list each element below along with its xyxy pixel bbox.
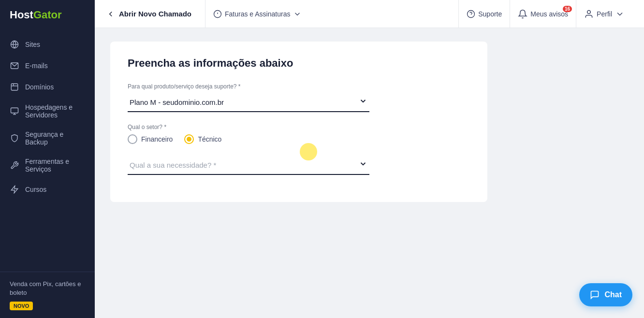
- svg-rect-3: [11, 84, 18, 90]
- avisos-badge: 16: [563, 6, 572, 12]
- avisos-label: Meus avisos: [530, 10, 568, 18]
- svg-point-13: [468, 10, 475, 17]
- faturas-label: Faturas e Assinaturas: [225, 10, 290, 18]
- topnav: Abrir Novo Chamado Faturas e Assinaturas…: [95, 0, 644, 28]
- faturas-chevron-icon: [293, 10, 302, 18]
- sidebar-item-seguranca[interactable]: Segurança e Backup: [0, 125, 95, 152]
- sidebar-item-hospedagens[interactable]: Hospedagens e Servidores: [0, 98, 95, 125]
- bell-icon: [518, 9, 527, 19]
- back-button[interactable]: Abrir Novo Chamado: [106, 10, 191, 18]
- email-icon: [10, 61, 19, 71]
- seguranca-icon: [10, 133, 19, 143]
- sidebar-item-dominios[interactable]: Domínios: [0, 76, 95, 98]
- perfil-label: Perfil: [597, 10, 612, 18]
- sidebar-item-hospedagens-label: Hospedagens e Servidores: [25, 103, 85, 119]
- sidebar-item-sites-label: Sites: [25, 41, 40, 48]
- setor-radio-group: Financeiro Técnico: [128, 134, 470, 144]
- avisos-button[interactable]: 16 Meus avisos: [510, 0, 576, 28]
- svg-marker-9: [11, 186, 18, 193]
- chat-button[interactable]: Chat: [579, 283, 632, 306]
- sidebar-item-cursos-label: Cursos: [25, 186, 46, 193]
- radio-financeiro[interactable]: Financeiro: [128, 134, 173, 144]
- suporte-icon: [467, 10, 475, 18]
- back-arrow-icon: [106, 10, 115, 18]
- page-title: Preencha as informações abaixo: [128, 57, 470, 70]
- perfil-button[interactable]: Perfil: [576, 0, 632, 28]
- svg-point-15: [587, 10, 591, 14]
- necessidade-field: Qual a sua necessidade? *: [128, 156, 470, 175]
- sidebar-item-sites[interactable]: Sites: [0, 34, 95, 55]
- sidebar-promo: Venda com Pix, cartões e boleto NOVO: [0, 272, 95, 318]
- sidebar-item-seguranca-label: Segurança e Backup: [25, 130, 85, 146]
- sidebar: HostGator Sites E-mails Domínios Hosped: [0, 0, 95, 318]
- suporte-label: Suporte: [478, 10, 502, 18]
- necessidade-placeholder: Qual a sua necessidade? *: [130, 161, 216, 169]
- product-label: Para qual produto/serviço deseja suporte…: [128, 83, 470, 90]
- product-select[interactable]: Plano M - seudominio.com.br: [128, 93, 369, 112]
- faturas-icon: [213, 10, 222, 18]
- radio-tecnico-outer: [184, 134, 194, 144]
- radio-financeiro-outer: [128, 134, 137, 144]
- sidebar-item-cursos[interactable]: Cursos: [0, 179, 95, 200]
- radio-financeiro-label: Financeiro: [141, 135, 173, 143]
- sidebar-item-ferramentas[interactable]: Ferramentas e Serviços: [0, 152, 95, 179]
- setor-label: Qual o setor? *: [128, 124, 470, 130]
- chat-label: Chat: [604, 290, 622, 299]
- cursos-icon: [10, 185, 19, 194]
- ferramentas-icon: [10, 160, 19, 170]
- sites-icon: [10, 40, 19, 49]
- necessidade-select[interactable]: Qual a sua necessidade? *: [128, 156, 369, 175]
- page-content: Preencha as informações abaixo Para qual…: [95, 28, 644, 318]
- product-select-value: Plano M - seudominio.com.br: [130, 98, 224, 106]
- chat-icon: [590, 290, 600, 300]
- form-card: Preencha as informações abaixo Para qual…: [110, 42, 487, 202]
- faturas-section[interactable]: Faturas e Assinaturas: [205, 0, 309, 28]
- svg-rect-6: [11, 108, 18, 113]
- suporte-section[interactable]: Suporte: [458, 0, 510, 28]
- sidebar-item-dominios-label: Domínios: [25, 83, 54, 91]
- back-label: Abrir Novo Chamado: [119, 10, 191, 18]
- sidebar-item-emails-label: E-mails: [25, 62, 48, 70]
- topnav-right: Suporte 16 Meus avisos Perfil: [458, 0, 632, 28]
- product-select-chevron-icon: [359, 97, 367, 107]
- necessidade-chevron-icon: [359, 159, 367, 170]
- main-content: Abrir Novo Chamado Faturas e Assinaturas…: [95, 0, 644, 318]
- hospedagens-icon: [10, 106, 19, 116]
- sidebar-item-ferramentas-label: Ferramentas e Serviços: [25, 158, 85, 173]
- dominios-icon: [10, 82, 19, 92]
- radio-tecnico-inner: [187, 137, 191, 142]
- promo-text: Venda com Pix, cartões e boleto: [10, 280, 85, 297]
- perfil-chevron-icon: [615, 9, 625, 19]
- radio-tecnico[interactable]: Técnico: [184, 134, 221, 144]
- sidebar-item-emails[interactable]: E-mails: [0, 55, 95, 76]
- radio-tecnico-label: Técnico: [198, 135, 221, 143]
- promo-badge: NOVO: [10, 302, 33, 310]
- sidebar-nav: Sites E-mails Domínios Hospedagens e Ser…: [0, 30, 95, 272]
- setor-field: Qual o setor? * Financeiro Técnico: [128, 124, 470, 144]
- product-field: Para qual produto/serviço deseja suporte…: [128, 83, 470, 112]
- user-icon: [584, 9, 594, 19]
- logo: HostGator: [0, 0, 95, 30]
